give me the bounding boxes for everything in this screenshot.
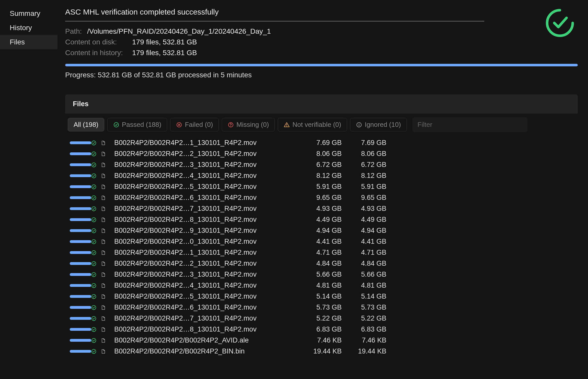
file-progress	[65, 295, 89, 298]
file-row[interactable]: B002R4P2/B002R4P2…3_130101_R4P2.mov6.72 …	[65, 159, 578, 170]
file-row[interactable]: B002R4P2/B002R4P2/B002R4P2_AVID.ale7.46 …	[65, 335, 578, 346]
file-row[interactable]: B002R4P2/B002R4P2…3_130101_R4P2.mov5.66 …	[65, 269, 578, 280]
file-row[interactable]: B002R4P2/B002R4P2…7_130101_R4P2.mov4.93 …	[65, 203, 578, 214]
svg-point-11	[92, 163, 96, 167]
svg-point-27	[92, 338, 96, 343]
filter-missing-button[interactable]: Missing (0)	[222, 118, 275, 131]
filter-passed-label: Passed (188)	[122, 121, 162, 129]
file-row[interactable]: B002R4P2/B002R4P2…0_130101_R4P2.mov4.41 …	[65, 236, 578, 247]
filter-failed-button[interactable]: Failed (0)	[170, 118, 219, 131]
success-check-icon	[545, 8, 575, 38]
file-progress	[65, 207, 89, 210]
content-history-value: 179 files, 532.81 GB	[132, 47, 197, 58]
file-icon	[99, 162, 109, 168]
content-disk-label: Content on disk:	[65, 37, 132, 47]
sidebar-item-history[interactable]: History	[0, 21, 57, 35]
file-size-2: 5.91 GB	[342, 183, 386, 191]
file-icon	[99, 173, 109, 179]
file-row[interactable]: B002R4P2/B002R4P2…6_130101_R4P2.mov5.73 …	[65, 302, 578, 313]
path-line: Path: /Volumes/PFN_RAID/20240426_Day_1/2…	[65, 26, 484, 37]
check-circle-icon	[89, 327, 99, 332]
file-row[interactable]: B002R4P2/B002R4P2…6_130101_R4P2.mov9.65 …	[65, 192, 578, 203]
file-progress	[65, 262, 89, 265]
file-row[interactable]: B002R4P2/B002R4P2…8_130101_R4P2.mov4.49 …	[65, 214, 578, 225]
file-name: B002R4P2/B002R4P2/B002R4P2_BIN.bin	[109, 347, 298, 355]
filter-all-button[interactable]: All (198)	[68, 118, 104, 131]
file-icon	[99, 184, 109, 190]
svg-point-25	[92, 316, 96, 321]
file-row[interactable]: B002R4P2/B002R4P2/B002R4P2_BIN.bin19.44 …	[65, 346, 578, 357]
svg-point-7	[359, 123, 359, 124]
files-section: Files All (198) Passed (188) Failed (0)	[65, 94, 578, 357]
file-size-2: 4.41 GB	[342, 238, 386, 246]
file-row[interactable]: B002R4P2/B002R4P2…5_130101_R4P2.mov5.91 …	[65, 181, 578, 192]
file-row[interactable]: B002R4P2/B002R4P2…4_130101_R4P2.mov8.12 …	[65, 170, 578, 181]
file-size-2: 4.49 GB	[342, 216, 386, 224]
file-icon	[99, 217, 109, 223]
filter-failed-label: Failed (0)	[185, 121, 213, 129]
file-size-1: 4.94 GB	[298, 227, 342, 235]
file-size-2: 5.73 GB	[342, 303, 386, 311]
file-row[interactable]: B002R4P2/B002R4P2…4_130101_R4P2.mov4.81 …	[65, 280, 578, 291]
file-size-1: 8.12 GB	[298, 172, 342, 180]
file-size-1: 5.14 GB	[298, 292, 342, 300]
filter-passed-button[interactable]: Passed (188)	[107, 118, 167, 131]
file-progress	[65, 306, 89, 309]
file-size-2: 8.06 GB	[342, 150, 386, 158]
content-disk-line: Content on disk: 179 files, 532.81 GB	[65, 37, 484, 47]
file-size-1: 5.66 GB	[298, 271, 342, 278]
check-circle-icon	[89, 151, 99, 157]
file-icon	[99, 261, 109, 266]
main-panel: ASC MHL verification completed successfu…	[57, 0, 588, 379]
info-circle-icon	[356, 122, 362, 128]
file-name: B002R4P2/B002R4P2…1_130101_R4P2.mov	[109, 139, 298, 147]
file-name: B002R4P2/B002R4P2…8_130101_R4P2.mov	[109, 325, 298, 333]
file-row[interactable]: B002R4P2/B002R4P2…2_130101_R4P2.mov4.84 …	[65, 258, 578, 269]
file-progress	[65, 141, 89, 144]
file-size-1: 7.46 KB	[298, 336, 342, 344]
file-name: B002R4P2/B002R4P2…8_130101_R4P2.mov	[109, 216, 298, 224]
file-progress	[65, 229, 89, 232]
file-name: B002R4P2/B002R4P2…7_130101_R4P2.mov	[109, 205, 298, 213]
filter-ignored-button[interactable]: Ignored (10)	[350, 118, 407, 131]
file-size-1: 5.22 GB	[298, 314, 342, 322]
file-row[interactable]: B002R4P2/B002R4P2…1_130101_R4P2.mov7.69 …	[65, 137, 578, 148]
sidebar-item-summary[interactable]: Summary	[0, 6, 57, 21]
file-row[interactable]: B002R4P2/B002R4P2…7_130101_R4P2.mov5.22 …	[65, 313, 578, 324]
file-icon	[99, 316, 109, 321]
file-progress	[65, 328, 89, 331]
file-name: B002R4P2/B002R4P2…3_130101_R4P2.mov	[109, 161, 298, 169]
progress-bar	[65, 64, 578, 66]
file-size-2: 4.94 GB	[342, 227, 386, 235]
filter-not-verifiable-button[interactable]: Not verifiable (0)	[278, 118, 347, 131]
svg-point-0	[114, 123, 119, 127]
file-row[interactable]: B002R4P2/B002R4P2…5_130101_R4P2.mov5.14 …	[65, 291, 578, 302]
svg-point-14	[92, 195, 96, 200]
file-name: B002R4P2/B002R4P2…9_130101_R4P2.mov	[109, 227, 298, 235]
check-circle-icon	[89, 228, 99, 234]
filter-missing-label: Missing (0)	[236, 121, 269, 129]
file-row[interactable]: B002R4P2/B002R4P2…8_130101_R4P2.mov6.83 …	[65, 324, 578, 335]
check-circle-icon	[89, 206, 99, 212]
check-circle-icon	[89, 140, 99, 146]
file-row[interactable]: B002R4P2/B002R4P2…1_130101_R4P2.mov4.71 …	[65, 247, 578, 258]
check-circle-icon	[89, 173, 99, 179]
sidebar-item-files[interactable]: Files	[0, 35, 57, 49]
svg-point-15	[92, 206, 96, 211]
file-size-1: 19.44 KB	[298, 347, 342, 355]
file-size-2: 4.71 GB	[342, 249, 386, 256]
file-progress	[65, 240, 89, 243]
file-icon	[99, 151, 109, 157]
filter-input[interactable]	[412, 117, 527, 132]
file-progress	[65, 152, 89, 155]
svg-point-28	[92, 349, 96, 353]
file-row[interactable]: B002R4P2/B002R4P2…2_130101_R4P2.mov8.06 …	[65, 148, 578, 159]
svg-point-5	[286, 126, 287, 126]
svg-point-12	[92, 174, 96, 178]
file-size-2: 5.14 GB	[342, 292, 386, 300]
file-size-2: 5.22 GB	[342, 314, 386, 322]
file-icon	[99, 228, 109, 234]
file-size-1: 6.83 GB	[298, 325, 342, 333]
file-row[interactable]: B002R4P2/B002R4P2…9_130101_R4P2.mov4.94 …	[65, 225, 578, 236]
file-progress	[65, 174, 89, 177]
